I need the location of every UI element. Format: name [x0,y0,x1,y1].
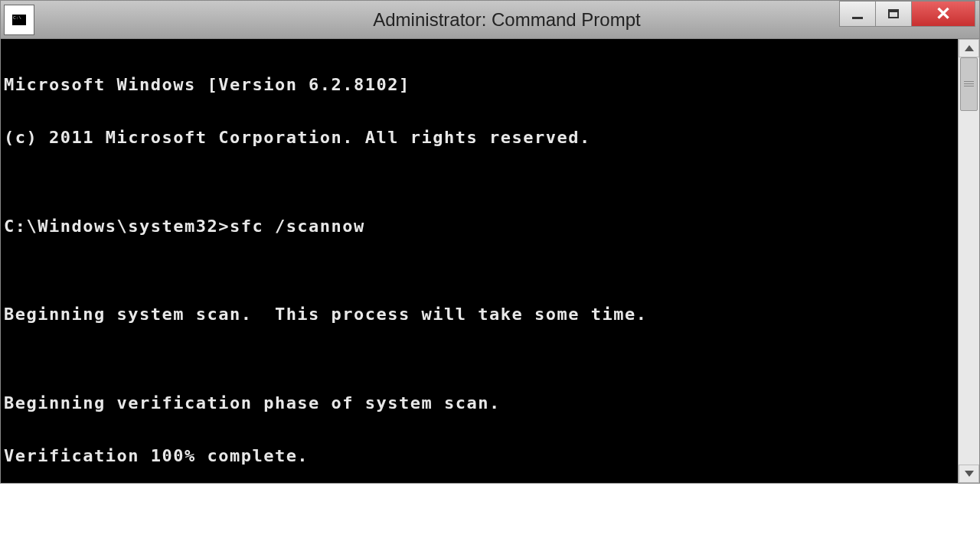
console-line: C:\Windows\system32>sfc /scannow [4,217,955,235]
console-line: Microsoft Windows [Version 6.2.8102] [4,76,955,93]
scroll-down-button[interactable] [959,465,979,483]
console-line: Beginning verification phase of system s… [4,394,955,412]
console-line: Verification 100% complete. [4,447,955,465]
console-line: (c) 2011 Microsoft Corporation. All righ… [4,129,955,146]
system-menu-icon[interactable] [4,5,34,35]
titlebar[interactable]: Administrator: Command Prompt ✕ [1,1,979,39]
close-icon: ✕ [936,5,951,23]
scroll-up-button[interactable] [959,39,979,57]
close-button[interactable]: ✕ [911,1,975,27]
window-title: Administrator: Command Prompt [34,9,979,31]
console-line: Beginning system scan. This process will… [4,305,955,323]
scrollbar-track[interactable] [959,57,979,465]
minimize-icon [852,17,863,19]
vertical-scrollbar[interactable] [958,39,979,483]
scrollbar-thumb[interactable] [960,57,978,111]
maximize-icon [888,9,899,18]
client-area: Microsoft Windows [Version 6.2.8102] (c)… [1,39,979,483]
chevron-up-icon [965,45,974,51]
console-output[interactable]: Microsoft Windows [Version 6.2.8102] (c)… [1,39,958,483]
maximize-button[interactable] [875,1,912,27]
chevron-down-icon [965,471,974,477]
minimize-button[interactable] [839,1,876,27]
command-prompt-window: Administrator: Command Prompt ✕ Microsof… [0,0,980,484]
window-controls: ✕ [840,1,975,30]
